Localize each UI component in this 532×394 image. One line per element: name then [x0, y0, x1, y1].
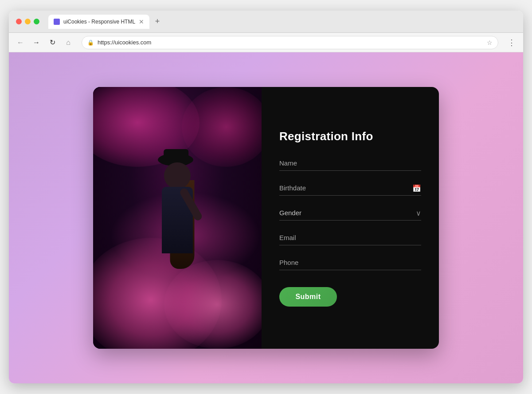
name-input[interactable] [279, 156, 421, 171]
back-button[interactable]: ← [14, 36, 27, 49]
email-field-group [279, 230, 421, 245]
card-image-panel [93, 87, 262, 349]
tab-favicon-icon [54, 19, 60, 25]
submit-button[interactable]: Submit [279, 287, 337, 307]
maximize-button[interactable] [34, 19, 39, 24]
new-tab-button[interactable]: + [151, 16, 164, 28]
close-button[interactable] [16, 19, 22, 24]
browser-toolbar: ← → ↻ ⌂ 🔒 https://uicookies.com ☆ ⋮ [9, 33, 523, 52]
birthdate-field-group: 📅 [279, 181, 421, 196]
reload-button[interactable]: ↻ [46, 36, 59, 49]
minimize-button[interactable] [25, 19, 31, 24]
email-input[interactable] [279, 230, 421, 245]
form-title: Registration Info [279, 130, 421, 143]
browser-titlebar: uiCookies - Responsive HTML ✕ + [9, 11, 523, 33]
tab-title: uiCookies - Responsive HTML [63, 19, 135, 25]
bookmark-icon[interactable]: ☆ [487, 39, 493, 46]
registration-form-panel: Registration Info 📅 Gender Male Female O… [262, 87, 439, 349]
forward-button[interactable]: → [30, 36, 43, 49]
phone-field-group [279, 255, 421, 270]
image-scene [93, 87, 262, 349]
lock-icon: 🔒 [87, 39, 94, 46]
browser-window: uiCookies - Responsive HTML ✕ + ← → ↻ ⌂ … [9, 11, 523, 383]
url-text: https://uicookies.com [98, 39, 151, 46]
figure-head [164, 162, 191, 189]
registration-card: Registration Info 📅 Gender Male Female O… [93, 87, 439, 349]
gender-select[interactable]: Gender Male Female Other Prefer not to s… [279, 205, 421, 221]
browser-content: Registration Info 📅 Gender Male Female O… [9, 52, 523, 383]
browser-menu-button[interactable]: ⋮ [505, 36, 518, 49]
address-bar[interactable]: 🔒 https://uicookies.com ☆ [82, 36, 498, 49]
birthdate-input[interactable] [279, 181, 421, 196]
tab-bar: uiCookies - Responsive HTML ✕ + [48, 15, 164, 29]
tab-close-icon[interactable]: ✕ [139, 18, 144, 25]
gender-field-group: Gender Male Female Other Prefer not to s… [279, 205, 421, 221]
home-button[interactable]: ⌂ [62, 36, 74, 49]
traffic-lights [16, 19, 39, 24]
name-field-group [279, 156, 421, 171]
figure-silhouette [146, 162, 208, 304]
active-tab[interactable]: uiCookies - Responsive HTML ✕ [48, 15, 149, 29]
phone-input[interactable] [279, 255, 421, 270]
